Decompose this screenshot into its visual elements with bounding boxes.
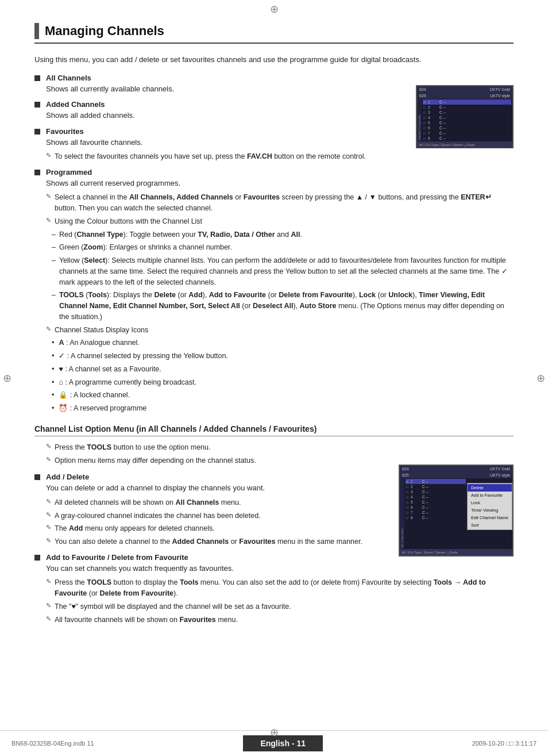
add-fav-note-text-1: Press the TOOLS button to display the To… [55,577,514,599]
tv1-num-2: 2 [428,105,439,109]
tv1-icon-3: □ [423,111,428,114]
favourites-bullet [34,129,40,135]
tv1-footer: All □Ch.Type □Zoom □Select △Tools [417,141,512,148]
tv2-name-1: C -- [422,479,429,483]
dot-item-6: • ⏰ : A reserved programme [52,403,514,414]
tv2-icon-1: A [406,480,411,483]
programmed-note-text-1: Select a channel in the All Channels, Ad… [55,192,514,214]
tv2-name-6: C -- [422,505,429,509]
tv1-num-4: 4 [428,116,439,120]
tv1-num-8: 8 [428,136,439,140]
tv1-name-3: C -- [439,110,446,114]
tv1-icon-7: □ [423,132,428,135]
programmed-label: Programmed [46,168,92,176]
tv2-icon-2: □ [406,485,411,489]
programmed-bullet [34,170,40,175]
tv1-icon-1: A [423,101,428,104]
section-title: Managing Channels [45,24,164,39]
tv2-num-4: 4 [411,495,422,499]
dash-sym-3: – [52,255,56,266]
add-fav-note-2: ✎ The "♥" symbol will be displayed and t… [46,601,514,612]
dash-sym-2: – [52,242,56,253]
dash-list: – Red (Channel Type): Toggle between you… [52,229,514,323]
subsection-note-text-1: Press the TOOLS button to use the option… [55,442,210,453]
note-icon-ad2: ✎ [46,511,51,519]
note-icon-af1: ✎ [46,578,51,585]
tv1-row-1: A 1 C -- [423,99,511,105]
dot-item-5: • 🔒 : A locked channel. [52,390,514,401]
tv2-footer: All □Ch.Type □Zoom □Select △Tools [400,549,512,555]
added-channels-bullet [34,102,40,108]
screenshot-1: 824 UKTV Gold 825 UKTV style Added Chann… [416,85,514,148]
tv1-name-2: C -- [439,105,446,109]
subsection-heading: Channel List Option Menu (in All Channel… [34,424,514,436]
tv1-row-7: □ 7 C -- [423,131,511,136]
tv2-icon-3: □ [406,490,411,494]
tv1-icon-2: □ [423,106,428,109]
tv2-menu-item-fav: Add to Favourite [468,492,512,499]
dot-sym-1: • [52,337,54,348]
tv1-name-6: C -- [439,126,446,130]
tv1-num-5: 5 [428,121,439,125]
tv1-name-8: C -- [439,136,446,140]
page-container: Managing Channels Using this menu, you c… [0,0,548,665]
footer-center: English - 11 [243,735,323,751]
tv2-menu-item-delete: Delete [468,484,512,492]
note-icon-ad4: ✎ [46,537,51,544]
programmed-section: Programmed Shows all current reserved pr… [34,168,514,414]
tv2-side-label: All Channels [400,478,404,549]
dash-item-1: – Red (Channel Type): Toggle between you… [52,229,514,240]
note-icon-ad1: ✎ [46,498,51,505]
dot-sym-4: • [52,377,54,388]
tv1-row-5: □ 5 C -- [423,120,511,125]
dot-item-4: • ⌂ : A programme currently being broadc… [52,377,514,388]
add-fav-note-3: ✎ All favourite channels will be shown o… [46,615,514,625]
tv2-num-5: 5 [411,500,422,504]
tv2-row-5: □ 5 C -- [406,500,466,505]
dash-text-4: TOOLS (Tools): Displays the Delete (or A… [59,290,514,322]
dash-text-2: Green (Zoom): Enlarges or shrinks a chan… [59,242,232,253]
tv1-name-4: C -- [439,116,446,120]
note-icon-p2: ✎ [46,217,51,224]
tv1-name-1: C -- [439,100,446,104]
add-delete-note-text-2: A gray-coloured channel indicates the ch… [55,511,261,521]
all-channels-header: All Channels [34,74,514,82]
subsection-note-text-2: Option menu items may differ depending o… [55,455,256,466]
dash-sym-1: – [52,229,56,240]
tv1-footer-text: All □Ch.Type □Zoom □Select △Tools [419,143,475,147]
programmed-note-3: ✎ Channel Status Display Icons [46,325,514,336]
tv2-context-menu: Delete Add to Favourite Lock Timer Viewi… [467,483,512,530]
note-icon-p1: ✎ [46,193,51,200]
tv1-row-3: □ 3 C -- [423,110,511,115]
intro-text: Using this menu, you can add / delete or… [34,54,514,66]
add-fav-section: Add to Favourite / Delete from Favourite… [34,553,514,625]
tv2-icon-4: □ [406,496,411,499]
note-icon-p3: ✎ [46,325,51,333]
tv2-num-2: 2 [411,485,422,489]
tv1-ch-num-1: 824 [419,87,426,91]
tv2-row-8: □ 8 C -- [406,515,466,520]
note-icon-s2: ✎ [46,456,51,463]
tv1-icon-6: □ [423,126,428,130]
dash-text-1: Red (Channel Type): Toggle between your … [59,229,302,240]
tv2-inner: All Channels A 1 C -- □ 2 C -- □ 3 [400,478,512,549]
add-delete-note-text-3: The Add menu only appears for deleted ch… [55,523,215,534]
programmed-header: Programmed [34,168,514,176]
tv1-row-4: □ 4 C -- [423,115,511,120]
tv1-channel-list: A 1 C -- □ 2 C -- □ 3 C -- [422,99,512,141]
add-fav-label: Add to Favourite / Delete from Favourite [46,553,188,562]
dot-sym-3: • [52,364,54,375]
section-title-bar: Managing Channels [34,23,514,44]
subsection-note-1: ✎ Press the TOOLS button to use the opti… [46,442,514,453]
dot-sym-2: • [52,351,54,362]
tv1-subheader: 825 UKTV style [417,93,512,99]
tv2-main: 824 UKTV Gold 825 UKTV style All Channel… [399,465,514,557]
favourites-note-text-1: To select the favourites channels you ha… [55,151,366,162]
subsection-title: Channel List Option Menu (in All Channel… [34,424,317,433]
dash-item-3: – Yellow (Select): Selects multiple chan… [52,255,514,287]
tv1-name-7: C -- [439,131,446,135]
tv1-icon-8: □ [423,137,428,140]
dot-item-2: • ✓ : A channel selected by pressing the… [52,351,514,362]
dash-sym-4: – [52,290,56,301]
tv2-row-1: A 1 C -- [406,479,466,484]
